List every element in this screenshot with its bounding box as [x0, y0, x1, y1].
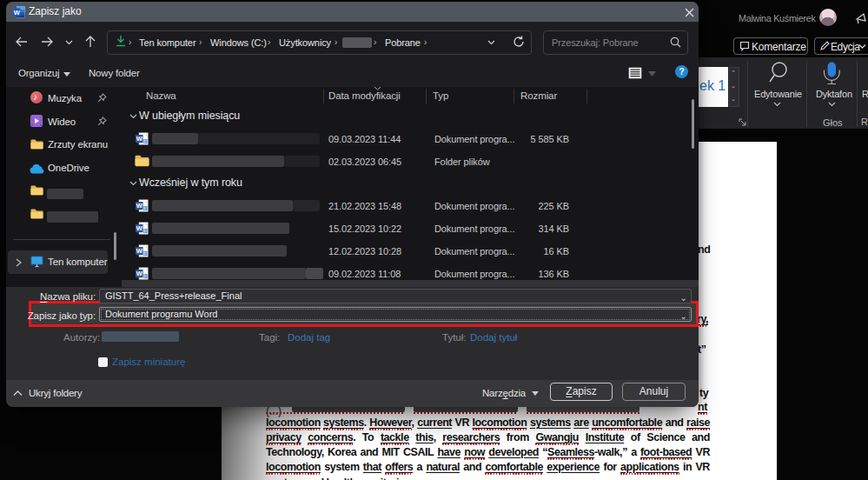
svg-text:W: W [136, 202, 143, 210]
svg-text:W: W [14, 9, 21, 17]
svg-text:W: W [136, 247, 143, 255]
svg-text:W: W [136, 270, 143, 277]
svg-text:W: W [136, 135, 143, 143]
svg-text:W: W [136, 224, 143, 232]
